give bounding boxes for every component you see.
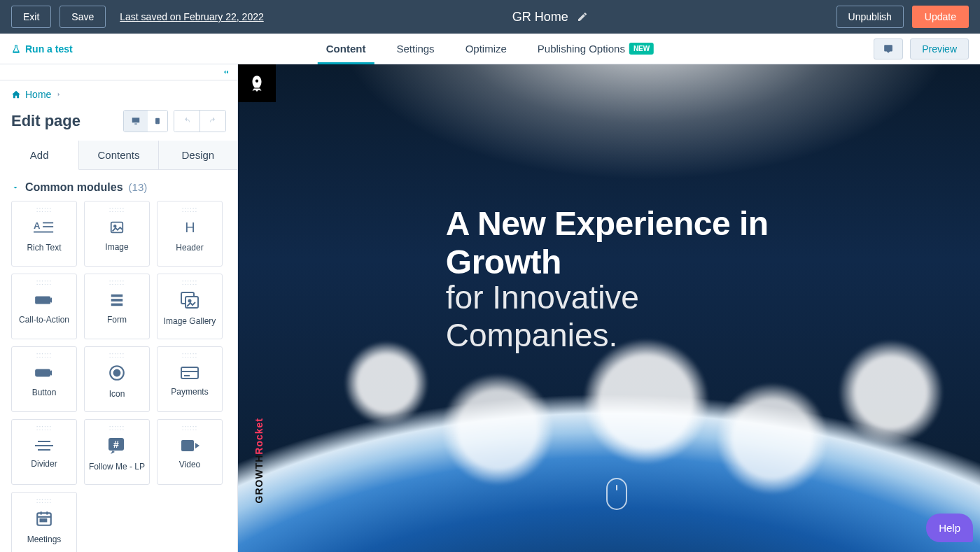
module-meetings[interactable]: ::::::Meetings: [11, 492, 77, 552]
module-form[interactable]: ::::::Form: [84, 274, 150, 339]
svg-rect-25: [181, 440, 194, 451]
modules-grid: ::::::ARich Text::::::Image::::::HHeader…: [0, 201, 237, 552]
undo-icon: [181, 117, 192, 125]
module-label: Image Gallery: [164, 316, 216, 326]
collapse-sidebar-icon[interactable]: [220, 68, 232, 76]
drag-handle-icon: ::::::: [109, 351, 125, 359]
update-button[interactable]: Update: [912, 6, 969, 28]
desktop-icon: [130, 116, 141, 126]
module-label: Header: [176, 243, 203, 253]
rocket-tab[interactable]: [238, 64, 276, 102]
svg-point-13: [189, 299, 191, 302]
chevron-right-icon: [55, 91, 62, 98]
module-header[interactable]: ::::::HHeader: [157, 201, 223, 267]
redo-icon: [207, 117, 218, 125]
svg-rect-8: [111, 295, 123, 297]
drag-handle-icon: ::::::: [36, 351, 52, 359]
tab-optimize[interactable]: Optimize: [465, 34, 507, 64]
drag-handle-icon: ::::::: [109, 206, 125, 213]
exit-button[interactable]: Exit: [11, 6, 51, 28]
new-badge: NEW: [629, 43, 654, 55]
svg-rect-28: [41, 519, 43, 521]
mobile-view-button[interactable]: [148, 111, 167, 132]
preview-button[interactable]: Preview: [910, 38, 969, 59]
secondbar: Run a test Content Settings Optimize Pub…: [0, 34, 980, 64]
svg-rect-20: [38, 441, 50, 442]
svg-text:H: H: [185, 220, 195, 235]
button-icon: [34, 365, 55, 381]
drag-handle-icon: ::::::: [36, 497, 52, 504]
editor-tabs: Content Settings Optimize Publishing Opt…: [326, 34, 654, 64]
module-label: Form: [107, 315, 127, 325]
module-label: Payments: [171, 387, 208, 397]
module-payments[interactable]: ::::::Payments: [157, 346, 223, 412]
beaker-icon: [11, 44, 21, 54]
undo-button[interactable]: [174, 111, 200, 132]
meetings-icon: [35, 509, 53, 528]
form-icon: [109, 292, 125, 308]
icon-icon: [108, 364, 126, 382]
unpublish-button[interactable]: Unpublish: [836, 6, 904, 28]
chevron-down-icon: [11, 183, 20, 192]
svg-point-16: [114, 370, 120, 376]
rocket-icon: [248, 74, 266, 92]
last-saved-link[interactable]: Last saved on February 22, 2022: [120, 11, 263, 22]
redo-button[interactable]: [200, 111, 225, 132]
svg-text:A: A: [34, 220, 41, 231]
topbar: Exit Save Last saved on February 22, 202…: [0, 0, 980, 34]
module-label: Rich Text: [27, 243, 61, 253]
drag-handle-icon: ::::::: [109, 424, 125, 432]
sidebar-tabs: Add Contents Design: [0, 141, 237, 170]
growth-rocket-logo: GROWTHRocket: [253, 418, 265, 503]
module-image[interactable]: ::::::Image: [84, 201, 150, 267]
svg-rect-29: [44, 519, 46, 521]
hero-heading-line1: A New Experience in Growth: [446, 204, 817, 281]
hero-text: A New Experience in Growth for Innovativ…: [446, 204, 817, 354]
comments-button[interactable]: [874, 38, 903, 59]
tab-content[interactable]: Content: [326, 34, 366, 64]
module-label: Image: [105, 242, 128, 252]
undo-redo-group: [174, 110, 226, 132]
edit-title-icon[interactable]: [577, 11, 588, 22]
svg-rect-10: [111, 304, 123, 306]
section-common-modules[interactable]: Common modules (13): [0, 170, 237, 201]
module-divider[interactable]: ::::::Divider: [11, 419, 77, 485]
image-icon: [108, 220, 126, 235]
sidebar-tab-add[interactable]: Add: [0, 141, 79, 170]
tab-settings[interactable]: Settings: [396, 34, 434, 64]
sidebar-tab-contents[interactable]: Contents: [79, 141, 158, 169]
drag-handle-icon: ::::::: [182, 351, 198, 359]
module-follow-me-lp[interactable]: ::::::#Follow Me - LP: [84, 419, 150, 485]
module-icon[interactable]: ::::::Icon: [84, 346, 150, 412]
svg-rect-1: [43, 222, 53, 223]
breadcrumb-home[interactable]: Home: [25, 89, 51, 100]
module-label: Call-to-Action: [19, 315, 69, 325]
svg-rect-3: [34, 232, 53, 233]
module-call-to-action[interactable]: ::::::Call-to-Action: [11, 274, 77, 339]
module-label: Divider: [31, 459, 57, 469]
home-icon: [11, 90, 21, 99]
help-button[interactable]: Help: [926, 514, 973, 542]
drag-handle-icon: ::::::: [182, 206, 198, 213]
desktop-view-button[interactable]: [124, 111, 148, 132]
sidebar: Home Edit page: [0, 64, 238, 552]
module-label: Follow Me - LP: [89, 462, 145, 472]
module-button[interactable]: ::::::Button: [11, 346, 77, 412]
payments-icon: [180, 366, 200, 380]
drag-handle-icon: ::::::: [36, 424, 52, 432]
save-button[interactable]: Save: [59, 6, 106, 28]
tab-publishing-options[interactable]: Publishing Options NEW: [538, 34, 654, 64]
canvas[interactable]: A New Experience in Growth for Innovativ…: [238, 64, 980, 552]
scroll-indicator: [606, 478, 627, 510]
drag-handle-icon: ::::::: [36, 206, 52, 213]
module-video[interactable]: ::::::Video: [157, 419, 223, 485]
svg-rect-22: [38, 449, 50, 451]
module-image-gallery[interactable]: ::::::Image Gallery: [157, 274, 223, 339]
module-rich-text[interactable]: ::::::ARich Text: [11, 201, 77, 267]
run-a-test-link[interactable]: Run a test: [11, 43, 73, 55]
svg-rect-2: [43, 226, 53, 227]
edit-page-heading: Edit page: [11, 112, 80, 130]
divider-icon: [35, 439, 53, 452]
svg-text:#: #: [113, 439, 119, 450]
sidebar-tab-design[interactable]: Design: [159, 141, 237, 169]
